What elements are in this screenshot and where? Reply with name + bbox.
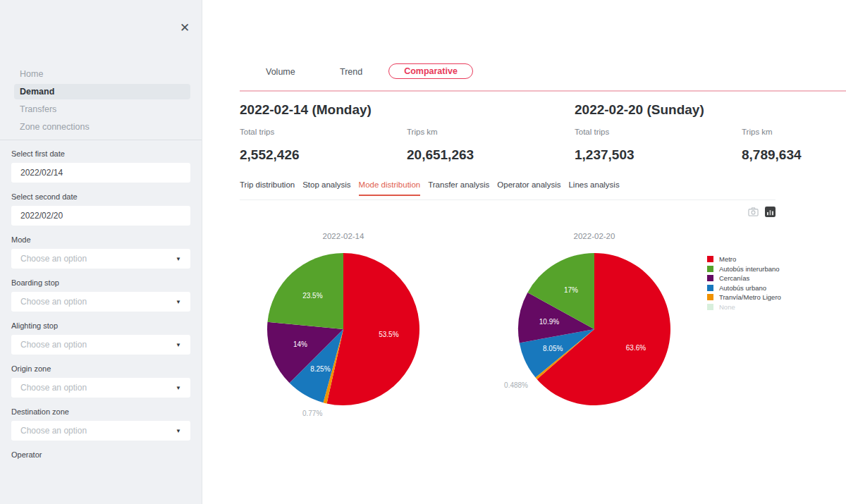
tab-comparative[interactable]: Comparative bbox=[388, 63, 473, 79]
stat-value: 20,651,263 bbox=[407, 147, 474, 163]
legend-swatch bbox=[707, 285, 713, 291]
first-date-input[interactable] bbox=[11, 163, 190, 183]
stat-label: Trips km bbox=[407, 128, 474, 136]
pie-slice-label: 17% bbox=[564, 286, 578, 294]
pie-chart-second-date: 2022-02-20 63.6%0.488%8.05%10.9%17% bbox=[503, 232, 686, 417]
origin-zone-placeholder: Choose an option bbox=[20, 383, 87, 393]
origin-zone-select[interactable]: Choose an option ▼ bbox=[11, 378, 190, 398]
legend-item-metro[interactable]: Metro bbox=[707, 254, 781, 264]
stat-label: Total trips bbox=[240, 128, 300, 136]
main-content: Volume Trend Comparative 2022-02-14 (Mon… bbox=[202, 0, 846, 504]
subtabs-separator bbox=[240, 199, 776, 200]
legend-swatch bbox=[707, 266, 713, 272]
plotly-logo-icon[interactable] bbox=[765, 207, 776, 217]
second-date-label: Select second date bbox=[11, 192, 190, 201]
legend-label: Tranvía/Metro Ligero bbox=[719, 293, 781, 301]
total-trips-stat: Total trips 2,552,426 bbox=[240, 128, 300, 163]
pie-slice-label: 0.488% bbox=[504, 381, 528, 389]
origin-zone-label: Origin zone bbox=[11, 364, 190, 373]
pie-slice-label: 53.5% bbox=[379, 331, 398, 338]
chart-legend: Metro Autobús interurbano Cercanías Auto… bbox=[707, 254, 781, 312]
boarding-stop-label: Boarding stop bbox=[11, 278, 190, 287]
plot-modebar bbox=[748, 207, 776, 217]
panel-date-title: 2022-02-20 (Sunday) bbox=[575, 102, 846, 118]
stat-label: Trips km bbox=[742, 128, 802, 136]
camera-icon[interactable] bbox=[748, 207, 759, 217]
stat-label: Total trips bbox=[575, 128, 634, 136]
legend-label: None bbox=[719, 303, 735, 311]
alighting-stop-select[interactable]: Choose an option ▼ bbox=[11, 335, 190, 355]
pie-slice-label: 14% bbox=[293, 340, 307, 348]
analysis-subtabs: Trip distribution Stop analysis Mode dis… bbox=[240, 180, 620, 196]
legend-item-cercanias[interactable]: Cercanías bbox=[707, 273, 781, 283]
comparison-panel-first-date: 2022-02-14 (Monday) Total trips 2,552,42… bbox=[240, 102, 564, 118]
chart-title: 2022-02-20 bbox=[503, 232, 686, 243]
destination-zone-select[interactable]: Choose an option ▼ bbox=[11, 421, 190, 441]
chevron-down-icon: ▼ bbox=[176, 256, 181, 262]
subtab-operator-analysis[interactable]: Operator analysis bbox=[497, 180, 560, 196]
alighting-stop-label: Alighting stop bbox=[11, 321, 190, 330]
legend-item-autobus-urbano[interactable]: Autobús urbano bbox=[707, 283, 781, 293]
subtab-trip-distribution[interactable]: Trip distribution bbox=[240, 180, 295, 196]
tabs-separator bbox=[240, 90, 846, 92]
pie-slice-label: 8.05% bbox=[543, 345, 563, 352]
legend-item-none[interactable]: None bbox=[707, 302, 781, 312]
subtab-transfer-analysis[interactable]: Transfer analysis bbox=[428, 180, 489, 196]
alighting-stop-placeholder: Choose an option bbox=[20, 340, 87, 350]
destination-zone-label: Destination zone bbox=[11, 407, 190, 416]
boarding-stop-placeholder: Choose an option bbox=[20, 297, 87, 307]
subtab-mode-distribution[interactable]: Mode distribution bbox=[359, 180, 421, 196]
subtab-lines-analysis[interactable]: Lines analysis bbox=[568, 180, 619, 196]
pie-chart-svg: 53.5%0.77%8.25%14%23.5% bbox=[252, 243, 435, 417]
trips-km-stat: Trips km 8,789,634 bbox=[742, 128, 802, 163]
pie-slice-label: 0.77% bbox=[302, 410, 322, 417]
pie-slice-label: 10.9% bbox=[539, 318, 559, 326]
legend-label: Cercanías bbox=[719, 274, 749, 282]
legend-label: Metro bbox=[719, 255, 736, 263]
mode-label: Mode bbox=[11, 235, 190, 244]
legend-swatch bbox=[707, 294, 713, 300]
legend-label: Autobús interurbano bbox=[719, 265, 780, 273]
stat-value: 2,552,426 bbox=[240, 147, 300, 163]
chart-title: 2022-02-14 bbox=[252, 232, 435, 243]
chevron-down-icon: ▼ bbox=[176, 385, 181, 391]
trips-km-stat: Trips km 20,651,263 bbox=[407, 128, 474, 163]
legend-swatch bbox=[707, 275, 713, 281]
pie-slice-label: 23.5% bbox=[302, 292, 322, 300]
comparison-panel-second-date: 2022-02-20 (Sunday) Total trips 1,237,50… bbox=[575, 102, 846, 118]
sidebar-item-zone-connections[interactable]: Zone connections bbox=[14, 119, 190, 135]
pie-chart-svg: 63.6%0.488%8.05%10.9%17% bbox=[503, 243, 686, 417]
legend-swatch bbox=[707, 304, 713, 310]
panel-date-title: 2022-02-14 (Monday) bbox=[240, 102, 564, 118]
legend-item-autobus-interurbano[interactable]: Autobús interurbano bbox=[707, 264, 781, 274]
mode-select[interactable]: Choose an option ▼ bbox=[11, 249, 190, 269]
subtab-stop-analysis[interactable]: Stop analysis bbox=[302, 180, 350, 196]
chevron-down-icon: ▼ bbox=[176, 299, 181, 305]
sidebar-nav: Home Demand Transfers Zone connections bbox=[14, 66, 190, 137]
tab-trend[interactable]: Trend bbox=[340, 67, 362, 77]
stat-value: 1,237,503 bbox=[575, 147, 634, 163]
stat-value: 8,789,634 bbox=[742, 147, 802, 163]
pie-chart-first-date: 2022-02-14 53.5%0.77%8.25%14%23.5% bbox=[252, 232, 435, 417]
sidebar-item-transfers[interactable]: Transfers bbox=[14, 102, 190, 117]
tab-volume[interactable]: Volume bbox=[266, 67, 295, 77]
total-trips-stat: Total trips 1,237,503 bbox=[575, 128, 634, 163]
legend-swatch bbox=[707, 256, 713, 262]
first-date-label: Select first date bbox=[11, 149, 190, 158]
chevron-down-icon: ▼ bbox=[176, 428, 181, 434]
close-icon[interactable]: ✕ bbox=[178, 21, 192, 35]
mode-select-placeholder: Choose an option bbox=[20, 254, 87, 264]
operator-label: Operator bbox=[11, 450, 190, 459]
legend-label: Autobús urbano bbox=[719, 284, 766, 292]
pie-slice-label: 8.25% bbox=[310, 365, 330, 373]
destination-zone-placeholder: Choose an option bbox=[20, 426, 87, 436]
sidebar: ✕ Home Demand Transfers Zone connections… bbox=[0, 0, 202, 504]
chevron-down-icon: ▼ bbox=[176, 342, 181, 348]
legend-item-tranvia-metro-ligero[interactable]: Tranvía/Metro Ligero bbox=[707, 293, 781, 302]
sidebar-item-home[interactable]: Home bbox=[14, 66, 190, 82]
filter-form: Select first date Select second date Mod… bbox=[11, 140, 190, 464]
second-date-input[interactable] bbox=[11, 206, 190, 226]
sidebar-item-demand[interactable]: Demand bbox=[14, 84, 190, 99]
pie-slice-label: 63.6% bbox=[626, 344, 646, 352]
boarding-stop-select[interactable]: Choose an option ▼ bbox=[11, 292, 190, 312]
